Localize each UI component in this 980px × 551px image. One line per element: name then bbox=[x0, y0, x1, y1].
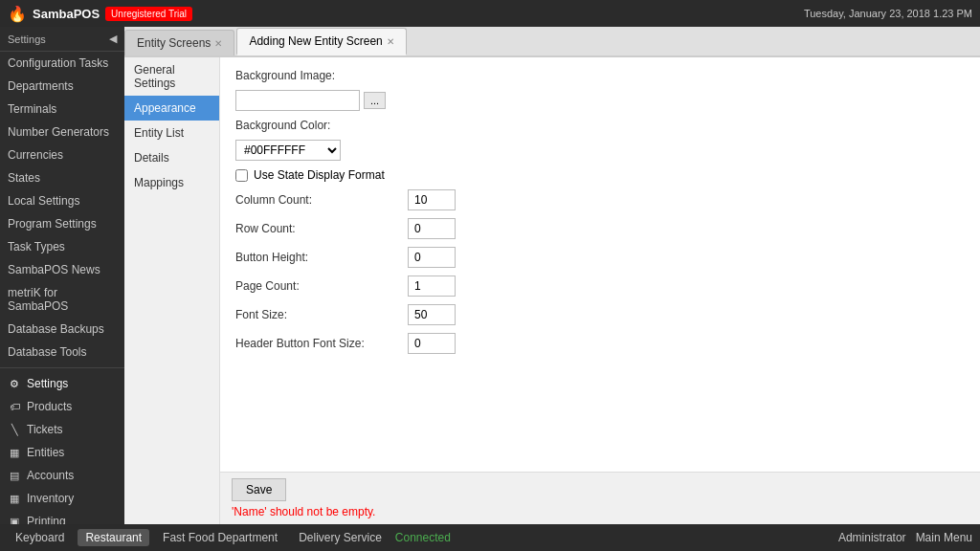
row-count-input[interactable] bbox=[408, 218, 456, 239]
inner-content: General Settings Appearance Entity List … bbox=[124, 57, 980, 524]
datetime: Tuesday, January 23, 2018 1.23 PM bbox=[804, 8, 972, 19]
sidebar-item[interactable]: Departments bbox=[0, 75, 124, 98]
header-button-font-size-row: Header Button Font Size: bbox=[235, 333, 965, 354]
sidebar-divider bbox=[0, 367, 124, 368]
nav-label: Entities bbox=[27, 446, 64, 459]
page-count-input[interactable] bbox=[408, 276, 456, 297]
printing-icon: ▣ bbox=[8, 516, 21, 525]
column-count-row: Column Count: bbox=[235, 189, 965, 210]
app-name: SambaPOS bbox=[33, 7, 100, 21]
inventory-icon: ▦ bbox=[8, 493, 21, 505]
tab-adding-new-entity-screen[interactable]: Adding New Entity Screen ✕ bbox=[236, 28, 406, 55]
row-count-row: Row Count: bbox=[235, 218, 965, 239]
background-image-row: Background Image: bbox=[235, 69, 965, 82]
sidebar-item[interactable]: metriK for SambaPOS bbox=[0, 281, 124, 318]
content-area: Entity Screens ✕ Adding New Entity Scree… bbox=[124, 27, 980, 524]
column-count-label: Column Count: bbox=[235, 193, 408, 207]
bg-image-input-row: ... bbox=[235, 90, 965, 111]
admin-label: Administrator bbox=[838, 531, 906, 544]
side-nav-general-settings[interactable]: General Settings bbox=[124, 57, 219, 96]
font-size-input[interactable] bbox=[408, 304, 456, 325]
form-area: Background Image: ... Background Color: … bbox=[220, 57, 980, 472]
use-state-display-format-checkbox[interactable] bbox=[235, 169, 248, 182]
sidebar-nav-printing[interactable]: ▣ Printing bbox=[0, 510, 124, 524]
accounts-icon: ▤ bbox=[8, 470, 21, 482]
side-nav-details[interactable]: Details bbox=[124, 145, 219, 170]
trial-badge: Unregistered Trial bbox=[105, 7, 192, 21]
sidebar-nav-inventory[interactable]: ▦ Inventory bbox=[0, 487, 124, 510]
sidebar-item[interactable]: Terminals bbox=[0, 98, 124, 121]
main-menu-button[interactable]: Main Menu bbox=[916, 531, 972, 544]
main-layout: Settings ◀ Configuration Tasks Departmen… bbox=[0, 27, 980, 524]
background-color-select[interactable]: #00FFFFFF bbox=[235, 140, 341, 161]
error-message: 'Name' should not be empty. bbox=[232, 505, 969, 518]
sidebar-item[interactable]: Database Backups bbox=[0, 318, 124, 341]
tab-close-adding[interactable]: ✕ bbox=[387, 36, 394, 47]
sidebar-item[interactable]: SambaPOS News bbox=[0, 258, 124, 281]
delivery-button[interactable]: Delivery Service bbox=[291, 529, 390, 546]
browse-button[interactable]: ... bbox=[364, 92, 386, 109]
nav-label: Inventory bbox=[27, 492, 74, 505]
background-image-input[interactable] bbox=[235, 90, 360, 111]
nav-label: Accounts bbox=[27, 469, 74, 482]
sidebar-item[interactable]: States bbox=[0, 166, 124, 189]
header-button-font-size-input[interactable] bbox=[408, 333, 456, 354]
sidebar-nav-accounts[interactable]: ▤ Accounts bbox=[0, 464, 124, 487]
nav-label: Printing bbox=[27, 515, 66, 524]
tickets-icon: ╲ bbox=[8, 424, 21, 436]
sidebar-item[interactable]: Configuration Tasks bbox=[0, 52, 124, 75]
background-color-input-row: #00FFFFFF bbox=[235, 140, 965, 161]
side-nav: General Settings Appearance Entity List … bbox=[124, 57, 220, 524]
button-height-input[interactable] bbox=[408, 247, 456, 268]
sidebar-collapse-icon[interactable]: ◀ bbox=[109, 33, 117, 45]
sidebar-item[interactable]: Task Types bbox=[0, 235, 124, 258]
use-state-display-format-row: Use State Display Format bbox=[235, 168, 965, 182]
tab-label: Entity Screens bbox=[137, 36, 211, 50]
logo-area: 🔥 SambaPOS Unregistered Trial bbox=[8, 5, 192, 23]
form-wrapper: Background Image: ... Background Color: … bbox=[220, 57, 980, 524]
logo-icon: 🔥 bbox=[8, 5, 27, 23]
sidebar-nav-products[interactable]: 🏷 Products bbox=[0, 395, 124, 418]
status-right: Administrator Main Menu bbox=[838, 531, 972, 544]
background-color-label: Background Color: bbox=[235, 119, 408, 132]
save-button[interactable]: Save bbox=[232, 478, 286, 501]
button-height-label: Button Height: bbox=[235, 251, 408, 264]
sidebar-nav-tickets[interactable]: ╲ Tickets bbox=[0, 418, 124, 441]
settings-icon: ⚙ bbox=[8, 378, 21, 390]
fast-food-button[interactable]: Fast Food Department bbox=[155, 529, 285, 546]
side-nav-mappings[interactable]: Mappings bbox=[124, 170, 219, 195]
side-nav-appearance[interactable]: Appearance bbox=[124, 96, 219, 121]
tab-entity-screens[interactable]: Entity Screens ✕ bbox=[124, 30, 234, 55]
column-count-input[interactable] bbox=[408, 189, 456, 210]
header-button-font-size-label: Header Button Font Size: bbox=[235, 337, 408, 350]
side-nav-entity-list[interactable]: Entity List bbox=[124, 121, 219, 145]
sidebar-nav-entities[interactable]: ▦ Entities bbox=[0, 441, 124, 464]
tab-bar: Entity Screens ✕ Adding New Entity Scree… bbox=[124, 27, 980, 57]
save-bar: Save 'Name' should not be empty. bbox=[220, 472, 980, 524]
entities-icon: ▦ bbox=[8, 447, 21, 459]
tab-label: Adding New Entity Screen bbox=[249, 34, 382, 48]
page-count-label: Page Count: bbox=[235, 279, 408, 293]
top-bar: 🔥 SambaPOS Unregistered Trial Tuesday, J… bbox=[0, 0, 980, 27]
sidebar-item[interactable]: Local Settings bbox=[0, 189, 124, 212]
nav-label: Tickets bbox=[27, 423, 63, 436]
sidebar: Settings ◀ Configuration Tasks Departmen… bbox=[0, 27, 124, 524]
color-input-wrapper: #00FFFFFF bbox=[235, 140, 341, 161]
sidebar-header: Settings ◀ bbox=[0, 27, 124, 52]
sidebar-item[interactable]: Currencies bbox=[0, 143, 124, 166]
sidebar-title: Settings bbox=[8, 33, 46, 45]
font-size-row: Font Size: bbox=[235, 304, 965, 325]
font-size-label: Font Size: bbox=[235, 308, 408, 321]
sidebar-item[interactable]: Database Tools bbox=[0, 341, 124, 364]
background-color-row: Background Color: bbox=[235, 119, 965, 132]
sidebar-item[interactable]: Number Generators bbox=[0, 121, 124, 143]
nav-label: Settings bbox=[27, 377, 68, 390]
use-state-display-format-label: Use State Display Format bbox=[254, 168, 385, 182]
sidebar-item[interactable]: Program Settings bbox=[0, 212, 124, 235]
button-height-row: Button Height: bbox=[235, 247, 965, 268]
sidebar-nav-settings[interactable]: ⚙ Settings bbox=[0, 372, 124, 395]
keyboard-button[interactable]: Keyboard bbox=[8, 529, 72, 546]
restaurant-button[interactable]: Restaurant bbox=[78, 529, 149, 546]
tab-close-entity-screens[interactable]: ✕ bbox=[214, 38, 222, 49]
status-bar: Keyboard Restaurant Fast Food Department… bbox=[0, 524, 980, 551]
